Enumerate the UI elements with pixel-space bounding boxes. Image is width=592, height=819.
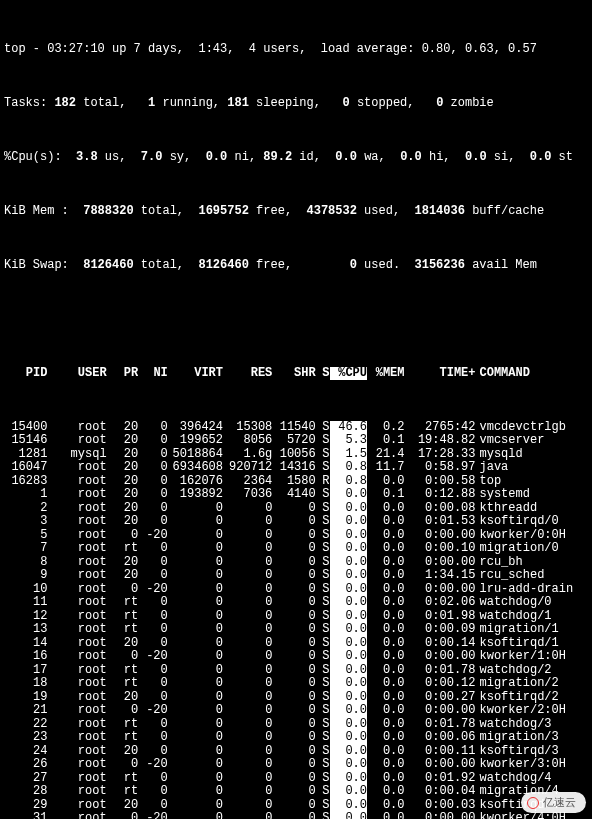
cell-cpu: 0.0 [330,569,367,583]
cell-s: S [316,677,330,691]
cell-cpu: 0.0 [330,664,367,678]
cell-res: 0 [223,691,272,705]
cell-virt: 0 [168,664,223,678]
cell-pr: 20 [107,488,139,502]
cell-ni: 0 [138,596,168,610]
cell-mem: 0.0 [367,542,404,556]
process-row: 13rootrt0000S0.00.00:00.09migration/1 [4,623,588,637]
cell-cmd: vmcserver [476,434,589,448]
cell-s: S [316,556,330,570]
cell-cmd: ksoftirqd/1 [476,637,589,651]
cell-pr: rt [107,542,139,556]
cell-user: root [47,718,106,732]
process-row: 29root200000S0.00.00:00.03ksoftirqd/4 [4,799,588,813]
cell-virt: 0 [168,718,223,732]
cell-time: 0:00.00 [405,704,476,718]
process-row: 28rootrt0000S0.00.00:00.04migration/4 [4,785,588,799]
cell-pr: 20 [107,461,139,475]
col-user: USER [47,367,106,381]
cell-mem: 0.0 [367,583,404,597]
cell-virt: 0 [168,502,223,516]
cell-s: S [316,731,330,745]
cell-mem: 0.0 [367,529,404,543]
cell-mem: 0.0 [367,745,404,759]
cell-user: root [47,542,106,556]
cell-pr: 20 [107,637,139,651]
process-table-header: PID USER PR NI VIRT RES SHR S %CPU %MEM … [4,367,588,381]
cell-s: S [316,596,330,610]
cell-pr: 20 [107,434,139,448]
cell-mem: 0.1 [367,434,404,448]
cell-shr: 0 [272,799,315,813]
cell-s: S [316,664,330,678]
cell-cmd: rcu_bh [476,556,589,570]
cell-res: 0 [223,583,272,597]
process-row: 12rootrt0000S0.00.00:01.98watchdog/1 [4,610,588,624]
process-row: 1281mysql20050188641.6g10056S1.521.417:2… [4,448,588,462]
cell-pid: 16 [4,650,47,664]
cell-pr: rt [107,596,139,610]
cell-cpu: 0.0 [330,785,367,799]
cell-mem: 0.0 [367,610,404,624]
top-summary-tasks: Tasks: 182 total, 1 running, 181 sleepin… [4,97,588,111]
cell-mem: 0.2 [367,421,404,435]
cell-user: root [47,434,106,448]
cell-res: 0 [223,731,272,745]
cell-res: 0 [223,650,272,664]
cell-shr: 0 [272,812,315,819]
cell-user: root [47,556,106,570]
cell-time: 0:00.00 [405,583,476,597]
cell-ni: 0 [138,799,168,813]
cell-res: 15308 [223,421,272,435]
cell-pr: 20 [107,691,139,705]
cell-time: 0:00.27 [405,691,476,705]
cell-virt: 0 [168,637,223,651]
terminal-output[interactable]: top - 03:27:10 up 7 days, 1:43, 4 users,… [0,0,592,819]
cell-mem: 0.0 [367,569,404,583]
cell-res: 0 [223,556,272,570]
cell-res: 0 [223,610,272,624]
cell-cmd: vmcdevctrlgb [476,421,589,435]
cell-pid: 3 [4,515,47,529]
cell-pr: rt [107,731,139,745]
cell-res: 0 [223,799,272,813]
cell-ni: 0 [138,691,168,705]
cell-cpu: 0.8 [330,461,367,475]
cell-user: root [47,637,106,651]
cell-time: 17:28.33 [405,448,476,462]
cell-pid: 5 [4,529,47,543]
cell-res: 0 [223,623,272,637]
cell-res: 1.6g [223,448,272,462]
cell-mem: 0.0 [367,475,404,489]
cell-time: 0:00.00 [405,556,476,570]
cell-shr: 0 [272,745,315,759]
cell-ni: 0 [138,448,168,462]
cell-s: S [316,488,330,502]
cell-s: R [316,475,330,489]
process-row: 23rootrt0000S0.00.00:00.06migration/3 [4,731,588,745]
cell-cpu: 0.0 [330,515,367,529]
cell-virt: 0 [168,677,223,691]
cell-cmd: migration/2 [476,677,589,691]
cell-cmd: migration/0 [476,542,589,556]
cell-shr: 0 [272,718,315,732]
cell-res: 0 [223,704,272,718]
cell-cmd: ksoftirqd/3 [476,745,589,759]
cell-user: root [47,772,106,786]
cell-cmd: kworker/2:0H [476,704,589,718]
watermark-logo: 亿速云 [521,792,586,814]
cell-shr: 0 [272,785,315,799]
cell-mem: 0.0 [367,596,404,610]
cell-shr: 10056 [272,448,315,462]
cell-user: root [47,475,106,489]
cell-shr: 0 [272,529,315,543]
cell-time: 0:00.09 [405,623,476,637]
cell-res: 8056 [223,434,272,448]
cell-s: S [316,785,330,799]
cell-mem: 0.0 [367,650,404,664]
cell-ni: 0 [138,569,168,583]
cell-user: mysql [47,448,106,462]
cell-cmd: top [476,475,589,489]
cell-ni: 0 [138,556,168,570]
cell-s: S [316,421,330,435]
